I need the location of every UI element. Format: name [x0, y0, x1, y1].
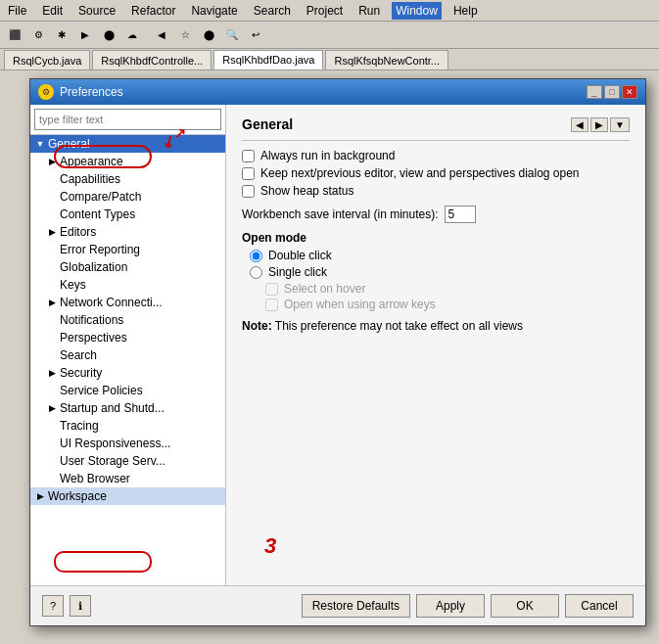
open-arrow-checkbox[interactable]: [265, 299, 278, 311]
tab-rsqlcycb[interactable]: RsqlCycb.java: [4, 50, 90, 69]
tree-item-content-types[interactable]: Content Types: [30, 206, 225, 223]
checkbox-row-show-heap: Show heap status: [242, 184, 630, 198]
tab-rsqlkhbdf-controller[interactable]: RsqlKhbdfControlle...: [92, 50, 212, 69]
tab-rsqlkfsqb-new[interactable]: RsqlKfsqbNewContr...: [325, 50, 448, 69]
tree-label-tracing: Tracing: [58, 419, 99, 433]
dialog-title-text: Preferences: [60, 85, 123, 99]
info-icon-button[interactable]: ℹ: [70, 595, 91, 617]
dialog-icon: ⚙: [38, 84, 54, 100]
toggle-editors[interactable]: ▶: [46, 226, 58, 238]
tree-item-tracing[interactable]: Tracing: [30, 417, 225, 435]
tree-item-search[interactable]: Search: [30, 346, 225, 364]
maximize-button[interactable]: □: [604, 85, 620, 99]
tree-item-keys[interactable]: Keys: [30, 276, 225, 294]
tree-item-network-connection[interactable]: ▶ Network Connecti...: [30, 294, 225, 311]
content-panel: General ◀ ▶ ▼ Always run in background K…: [226, 105, 645, 585]
apply-button[interactable]: Apply: [416, 594, 485, 618]
menu-run[interactable]: Run: [354, 2, 384, 20]
cancel-button[interactable]: Cancel: [565, 594, 634, 618]
toggle-network[interactable]: ▶: [46, 297, 58, 308]
tree-item-perspectives[interactable]: Perspectives: [30, 329, 225, 346]
nav-forward-button[interactable]: ▶: [590, 117, 608, 132]
tree-label-general: General: [46, 137, 90, 151]
footer-left-buttons: ? ℹ: [42, 595, 91, 617]
minimize-button[interactable]: _: [587, 85, 602, 99]
save-interval-input[interactable]: [445, 206, 476, 223]
toggle-workspace[interactable]: ▶: [34, 490, 46, 502]
tree-item-general[interactable]: ▼ General: [30, 135, 225, 153]
menu-file[interactable]: File: [4, 2, 30, 20]
toolbar: ⬛ ⚙ ✱ ▶ ⬤ ☁ ◀ ☆ ⬤ 🔍 ↩: [0, 22, 659, 49]
show-heap-checkbox[interactable]: [242, 185, 255, 198]
nav-back-button[interactable]: ◀: [571, 117, 588, 132]
radio-row-double-click: Double click: [250, 249, 630, 262]
help-icon-button[interactable]: ?: [42, 595, 64, 617]
menu-bar: File Edit Source Refactor Navigate Searc…: [0, 0, 659, 22]
menu-help[interactable]: Help: [449, 2, 482, 20]
tree-label-error-reporting: Error Reporting: [58, 243, 140, 256]
toolbar-btn-9[interactable]: ⬤: [198, 24, 219, 46]
menu-edit[interactable]: Edit: [38, 2, 67, 20]
tree-item-startup[interactable]: ▶ Startup and Shutd...: [30, 399, 225, 417]
toolbar-btn-7[interactable]: ◀: [151, 24, 172, 46]
menu-window[interactable]: Window: [392, 2, 442, 20]
select-hover-checkbox[interactable]: [265, 283, 278, 296]
tree-item-user-storage[interactable]: User Storage Serv...: [30, 452, 225, 470]
toolbar-btn-5[interactable]: ⬤: [98, 24, 119, 46]
tree-item-compare-patch[interactable]: Compare/Patch: [30, 188, 225, 206]
checkbox-row-always-run: Always run in background: [242, 149, 630, 162]
menu-navigate[interactable]: Navigate: [187, 2, 241, 20]
toolbar-btn-11[interactable]: ↩: [245, 24, 266, 46]
single-click-radio[interactable]: [250, 266, 262, 279]
tree-content[interactable]: ▼ General ▶ Appearance Capabilities: [30, 135, 225, 585]
checkbox-row-keep-next: Keep next/previous editor, view and pers…: [242, 166, 630, 180]
double-click-radio[interactable]: [250, 250, 262, 262]
menu-refactor[interactable]: Refactor: [127, 2, 179, 20]
toggle-startup[interactable]: ▶: [46, 402, 58, 414]
radio-row-single-click: Single click: [250, 265, 630, 279]
preferences-dialog: ⚙ Preferences _ □ ✕ ▼: [29, 78, 646, 626]
tree-label-globalization: Globalization: [58, 260, 127, 274]
workbench-save-label: Workbench save interval (in minutes):: [242, 207, 439, 221]
always-run-checkbox[interactable]: [242, 150, 255, 162]
restore-defaults-button[interactable]: Restore Defaults: [302, 594, 410, 618]
tree-item-editors[interactable]: ▶ Editors: [30, 223, 225, 241]
toolbar-btn-8[interactable]: ☆: [174, 24, 196, 46]
tree-item-security[interactable]: ▶ Security: [30, 364, 225, 382]
tree-item-service-policies[interactable]: Service Policies: [30, 382, 225, 399]
filter-input[interactable]: [34, 109, 221, 130]
tree-label-startup: Startup and Shutd...: [58, 401, 165, 415]
tree-label-workspace: Workspace: [46, 489, 107, 503]
toggle-general[interactable]: ▼: [34, 138, 46, 150]
menu-source[interactable]: Source: [74, 2, 119, 20]
tree-item-web-browser[interactable]: Web Browser: [30, 470, 225, 487]
tree-label-compare-patch: Compare/Patch: [58, 190, 141, 204]
toolbar-btn-4[interactable]: ▶: [74, 24, 96, 46]
tree-label-keys: Keys: [58, 278, 86, 292]
keep-next-checkbox[interactable]: [242, 167, 255, 180]
menu-project[interactable]: Project: [303, 2, 347, 20]
toolbar-btn-6[interactable]: ☁: [121, 24, 143, 46]
toolbar-btn-1[interactable]: ⬛: [4, 24, 25, 46]
tree-item-notifications[interactable]: Notifications: [30, 311, 225, 329]
tree-item-workspace[interactable]: ▶ Workspace: [30, 487, 225, 505]
dialog-footer: ? ℹ Restore Defaults Apply OK Cancel: [30, 585, 645, 625]
tree-label-capabilities: Capabilities: [58, 172, 120, 186]
tree-label-notifications: Notifications: [58, 313, 123, 327]
nav-dropdown-button[interactable]: ▼: [610, 117, 630, 132]
tree-item-error-reporting[interactable]: Error Reporting: [30, 241, 225, 258]
tree-item-capabilities[interactable]: Capabilities: [30, 170, 225, 188]
toolbar-btn-2[interactable]: ⚙: [27, 24, 49, 46]
toolbar-btn-10[interactable]: 🔍: [221, 24, 243, 46]
toggle-security[interactable]: ▶: [46, 367, 58, 379]
toggle-appearance[interactable]: ▶: [46, 156, 58, 167]
close-button[interactable]: ✕: [622, 85, 637, 99]
tree-item-ui-responsiveness[interactable]: UI Responsiveness...: [30, 435, 225, 452]
tree-item-appearance[interactable]: ▶ Appearance: [30, 153, 225, 170]
tree-label-security: Security: [58, 366, 102, 380]
toolbar-btn-3[interactable]: ✱: [51, 24, 72, 46]
menu-search[interactable]: Search: [250, 2, 295, 20]
ok-button[interactable]: OK: [491, 594, 559, 618]
tab-rsqlkhbdf-dao[interactable]: RsqlKhbdfDao.java: [213, 50, 323, 69]
tree-item-globalization[interactable]: Globalization: [30, 258, 225, 276]
